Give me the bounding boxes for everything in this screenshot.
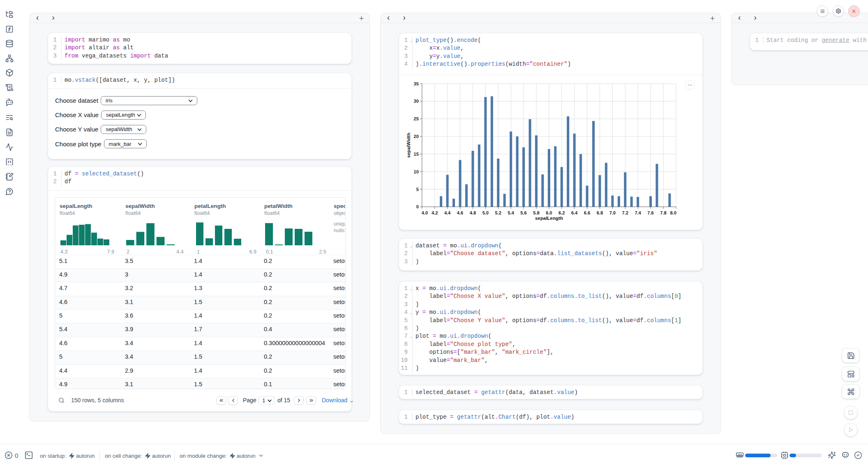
svg-text:8.0: 8.0 xyxy=(670,210,676,215)
svg-text:10: 10 xyxy=(414,169,419,174)
svg-text:4.0: 4.0 xyxy=(422,210,428,215)
svg-text:sepalLength: sepalLength xyxy=(535,216,563,221)
svg-text:4.4: 4.4 xyxy=(444,210,451,215)
svg-text:4.8: 4.8 xyxy=(470,210,476,215)
svg-text:6.4: 6.4 xyxy=(571,210,578,215)
svg-text:30: 30 xyxy=(414,99,419,104)
svg-text:35: 35 xyxy=(414,81,419,86)
svg-text:4.6: 4.6 xyxy=(457,210,463,215)
svg-text:0: 0 xyxy=(416,204,419,209)
svg-text:7.4: 7.4 xyxy=(635,210,641,215)
svg-text:6.0: 6.0 xyxy=(546,210,552,215)
svg-text:6.8: 6.8 xyxy=(597,210,603,215)
svg-text:5.4: 5.4 xyxy=(508,210,514,215)
svg-text:7.2: 7.2 xyxy=(622,210,628,215)
svg-text:20: 20 xyxy=(414,134,419,139)
svg-text:6.2: 6.2 xyxy=(559,210,565,215)
svg-text:6.6: 6.6 xyxy=(584,210,590,215)
svg-text:5.6: 5.6 xyxy=(520,210,526,215)
svg-text:5.8: 5.8 xyxy=(533,210,539,215)
svg-text:15: 15 xyxy=(414,152,419,157)
svg-text:4.2: 4.2 xyxy=(432,210,438,215)
svg-text:sepalWidth: sepalWidth xyxy=(406,133,411,158)
svg-text:5.2: 5.2 xyxy=(495,210,501,215)
svg-text:7.0: 7.0 xyxy=(609,210,616,215)
svg-text:5: 5 xyxy=(416,187,419,192)
svg-text:7.6: 7.6 xyxy=(647,210,653,215)
svg-text:7.8: 7.8 xyxy=(660,210,666,215)
svg-text:25: 25 xyxy=(414,116,419,121)
svg-text:5.0: 5.0 xyxy=(482,210,489,215)
